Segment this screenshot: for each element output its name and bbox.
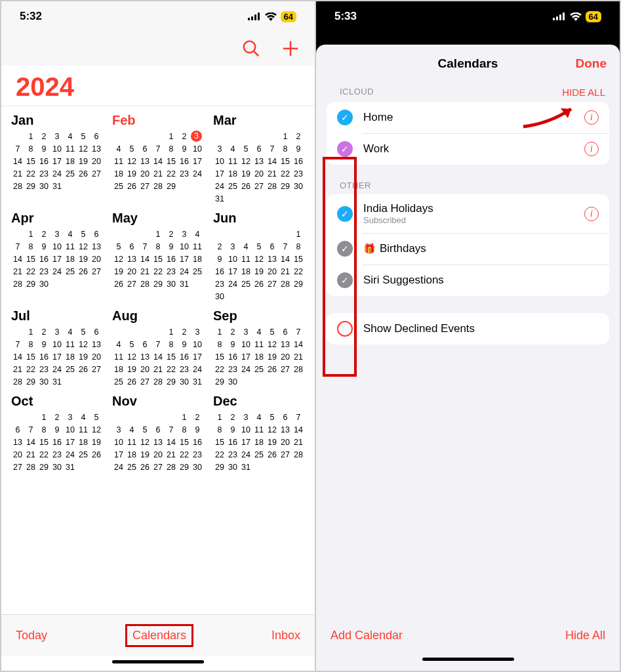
day-cell[interactable]: 2 bbox=[165, 228, 178, 241]
day-cell[interactable]: 11 bbox=[112, 351, 125, 364]
day-cell[interactable]: 5 bbox=[239, 143, 252, 156]
day-cell[interactable]: 3 bbox=[178, 228, 191, 241]
month-oct[interactable]: Oct1234567891011121314151617181920212223… bbox=[8, 394, 106, 474]
day-cell[interactable]: 14 bbox=[11, 156, 24, 168]
day-cell[interactable]: 17 bbox=[50, 351, 64, 364]
day-cell[interactable]: 5 bbox=[266, 326, 279, 339]
day-cell[interactable]: 9 bbox=[37, 241, 50, 253]
day-cell[interactable]: 1 bbox=[24, 131, 37, 143]
day-cell[interactable]: 23 bbox=[165, 266, 178, 278]
day-cell[interactable]: 27 bbox=[138, 376, 151, 388]
day-cell[interactable]: 6 bbox=[90, 131, 103, 143]
day-cell[interactable]: 27 bbox=[266, 278, 279, 291]
day-cell[interactable]: 20 bbox=[11, 449, 24, 461]
day-cell[interactable]: 13 bbox=[90, 241, 103, 253]
day-cell[interactable]: 1 bbox=[24, 326, 37, 339]
day-cell[interactable]: 18 bbox=[252, 351, 266, 364]
day-cell[interactable]: 24 bbox=[191, 168, 204, 180]
month-nov[interactable]: Nov1234567891011121314151617181920212223… bbox=[109, 394, 207, 474]
day-cell[interactable]: 28 bbox=[151, 180, 165, 193]
day-cell[interactable]: 16 bbox=[37, 253, 50, 266]
day-cell[interactable]: 4 bbox=[226, 143, 239, 156]
day-cell[interactable]: 3 bbox=[112, 424, 125, 436]
day-cell[interactable]: 22 bbox=[24, 364, 37, 376]
day-cell[interactable]: 18 bbox=[252, 436, 266, 449]
day-cell[interactable]: 18 bbox=[226, 168, 239, 180]
day-cell[interactable]: 6 bbox=[279, 411, 292, 424]
day-cell[interactable]: 21 bbox=[292, 351, 305, 364]
month-may[interactable]: May1234567891011121314151617181920212223… bbox=[109, 211, 207, 303]
day-cell[interactable]: 19 bbox=[266, 351, 279, 364]
day-cell[interactable]: 12 bbox=[112, 253, 125, 266]
day-cell[interactable]: 28 bbox=[292, 364, 305, 376]
day-cell[interactable]: 13 bbox=[252, 156, 266, 168]
day-cell[interactable]: 10 bbox=[64, 424, 77, 436]
day-cell[interactable]: 11 bbox=[226, 156, 239, 168]
day-cell[interactable]: 14 bbox=[266, 156, 279, 168]
info-icon[interactable]: i bbox=[584, 142, 599, 156]
day-cell[interactable]: 8 bbox=[279, 143, 292, 156]
day-cell[interactable]: 30 bbox=[226, 461, 239, 474]
day-cell[interactable]: 3 bbox=[191, 131, 202, 142]
day-cell[interactable]: 23 bbox=[50, 449, 64, 461]
day-cell[interactable]: 4 bbox=[125, 424, 138, 436]
day-cell[interactable]: 4 bbox=[252, 326, 266, 339]
day-cell[interactable]: 23 bbox=[37, 364, 50, 376]
calendar-row[interactable]: ✓🎁Birthdays bbox=[327, 233, 609, 264]
day-cell[interactable]: 19 bbox=[77, 253, 90, 266]
day-cell[interactable]: 31 bbox=[50, 376, 64, 388]
day-cell[interactable]: 4 bbox=[191, 228, 204, 241]
day-cell[interactable]: 12 bbox=[239, 156, 252, 168]
day-cell[interactable]: 28 bbox=[151, 376, 165, 388]
day-cell[interactable]: 2 bbox=[37, 131, 50, 143]
day-cell[interactable]: 8 bbox=[24, 339, 37, 351]
checkmark-icon[interactable]: ✓ bbox=[337, 141, 353, 157]
day-cell[interactable]: 8 bbox=[178, 424, 191, 436]
day-cell[interactable]: 3 bbox=[239, 326, 252, 339]
day-cell[interactable]: 25 bbox=[64, 364, 77, 376]
day-cell[interactable]: 15 bbox=[165, 351, 178, 364]
day-cell[interactable]: 6 bbox=[252, 143, 266, 156]
day-cell[interactable]: 9 bbox=[213, 253, 226, 266]
day-cell[interactable]: 8 bbox=[165, 339, 178, 351]
add-calendar-button[interactable]: Add Calendar bbox=[331, 629, 403, 642]
day-cell[interactable]: 7 bbox=[266, 143, 279, 156]
day-cell[interactable]: 1 bbox=[213, 326, 226, 339]
day-cell[interactable]: 30 bbox=[191, 461, 204, 474]
day-cell[interactable]: 30 bbox=[165, 278, 178, 291]
day-cell[interactable]: 7 bbox=[11, 339, 24, 351]
day-cell[interactable]: 17 bbox=[50, 156, 64, 168]
info-icon[interactable]: i bbox=[584, 207, 599, 221]
day-cell[interactable]: 2 bbox=[226, 411, 239, 424]
day-cell[interactable]: 18 bbox=[77, 436, 90, 449]
day-cell[interactable]: 27 bbox=[151, 461, 165, 474]
day-cell[interactable]: 15 bbox=[213, 436, 226, 449]
day-cell[interactable]: 14 bbox=[151, 156, 165, 168]
day-cell[interactable]: 25 bbox=[239, 278, 252, 291]
day-cell[interactable]: 12 bbox=[77, 339, 90, 351]
day-cell[interactable]: 2 bbox=[37, 228, 50, 241]
day-cell[interactable]: 11 bbox=[125, 436, 138, 449]
day-cell[interactable]: 22 bbox=[37, 449, 50, 461]
day-cell[interactable]: 13 bbox=[90, 339, 103, 351]
day-cell[interactable]: 23 bbox=[178, 168, 191, 180]
day-cell[interactable]: 3 bbox=[191, 326, 204, 339]
day-cell[interactable]: 14 bbox=[24, 436, 37, 449]
year-grid[interactable]: Jan1234567891011121314151617181920212223… bbox=[1, 106, 315, 614]
day-cell[interactable]: 26 bbox=[266, 449, 279, 461]
day-cell[interactable]: 28 bbox=[11, 180, 24, 193]
day-cell[interactable]: 29 bbox=[292, 278, 305, 291]
day-cell[interactable]: 17 bbox=[191, 156, 204, 168]
day-cell[interactable]: 27 bbox=[90, 168, 103, 180]
day-cell[interactable]: 21 bbox=[24, 449, 37, 461]
day-cell[interactable]: 27 bbox=[138, 180, 151, 193]
day-cell[interactable]: 30 bbox=[37, 278, 50, 291]
day-cell[interactable]: 7 bbox=[292, 411, 305, 424]
day-cell[interactable]: 10 bbox=[239, 424, 252, 436]
day-cell[interactable]: 1 bbox=[37, 411, 50, 424]
day-cell[interactable]: 12 bbox=[77, 241, 90, 253]
calendar-row[interactable]: ✓Homei bbox=[327, 102, 609, 133]
day-cell[interactable]: 9 bbox=[226, 424, 239, 436]
day-cell[interactable]: 16 bbox=[292, 156, 305, 168]
day-cell[interactable]: 19 bbox=[90, 436, 103, 449]
